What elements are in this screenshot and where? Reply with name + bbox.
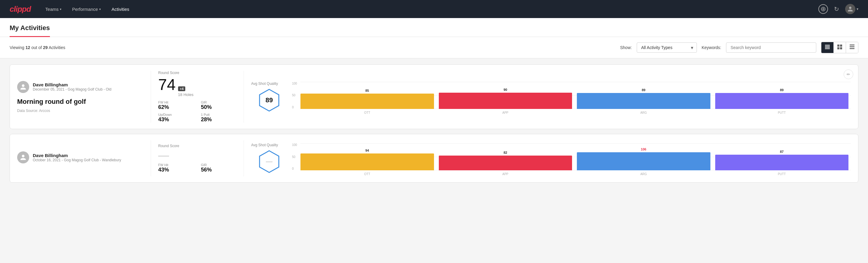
nav-performance[interactable]: Performance ▾ <box>67 4 105 14</box>
teams-chevron-icon: ▾ <box>60 7 61 11</box>
round-score-label-2: Round Score <box>158 144 237 148</box>
x-label-app: APP <box>439 111 572 114</box>
bar-arg-bar <box>577 93 710 109</box>
navbar: clippd Teams ▾ Performance ▾ Activities … <box>0 0 868 18</box>
round-score-value-2: — <box>158 150 169 161</box>
y-label-0-2: 0 <box>292 167 301 170</box>
bar-app-value: 90 <box>503 88 507 91</box>
hexagon-value: 89 <box>266 96 273 104</box>
user-date: December 05, 2021 - Gog Magog Golf Club … <box>33 87 111 91</box>
svg-rect-4 <box>837 45 839 47</box>
bar-arg-value: 89 <box>642 88 645 92</box>
viewing-text: Viewing 12 out of 29 Activities <box>10 45 615 50</box>
y-label-100-2: 100 <box>292 143 301 147</box>
nav-teams[interactable]: Teams ▾ <box>40 4 66 14</box>
x-label-app-2: APP <box>439 172 572 176</box>
bar-ott-value: 85 <box>365 89 369 92</box>
y-label-0: 0 <box>292 106 301 109</box>
add-icon[interactable]: ⊕ <box>818 4 828 14</box>
bar-app-bar <box>439 93 572 109</box>
hexagon-container-2: — <box>257 150 281 174</box>
bar-putt-bar <box>715 93 849 109</box>
round-score-section: Round Score 74 +4 18 Holes FW Hit 62% GI… <box>158 71 237 123</box>
round-score-value: 74 <box>158 77 176 92</box>
page-title: My Activities <box>10 18 50 37</box>
activity-card-2: Dave Billingham October 16, 2021 - Gog M… <box>10 134 858 183</box>
x-label-arg-2: ARG <box>577 172 710 176</box>
card-divider-3 <box>151 140 151 176</box>
refresh-icon[interactable]: ↻ <box>834 5 839 12</box>
holes-label: 18 Holes <box>178 92 193 97</box>
activity-type-select-wrapper: All Activity Types <box>637 42 697 53</box>
y-label-50: 50 <box>292 94 301 97</box>
activity-type-select[interactable]: All Activity Types <box>637 42 697 53</box>
y-label-50-2: 50 <box>292 155 301 158</box>
user-name-2: Dave Billingham <box>33 153 121 158</box>
search-input[interactable] <box>726 42 816 53</box>
user-avatar-btn[interactable]: ▾ <box>845 4 858 14</box>
x-label-ott-2: OTT <box>301 172 434 176</box>
view-toggles <box>821 42 858 53</box>
nav-right: ⊕ ↻ ▾ <box>818 4 858 14</box>
round-score-label: Round Score <box>158 71 237 75</box>
user-row-2: Dave Billingham October 16, 2021 - Gog M… <box>17 151 144 164</box>
view-grid-button[interactable] <box>834 42 846 53</box>
avg-shot-quality-label-2: Avg Shot Quality <box>251 143 278 147</box>
bar-ott-2: 94 <box>301 149 434 170</box>
one-putt-stat: 1 Putt 28% <box>201 113 237 123</box>
card-divider-2 <box>244 71 244 123</box>
svg-rect-6 <box>837 47 839 49</box>
data-source: Data Source: Arccos <box>17 109 144 113</box>
gir-stat: GIR 50% <box>201 100 237 111</box>
bar-app: 90 <box>439 88 572 109</box>
x-label-ott: OTT <box>301 111 434 114</box>
bar-putt-value: 89 <box>780 88 783 92</box>
edit-button[interactable]: ✏ <box>844 69 853 79</box>
updown-stat: Up/Down 43% <box>158 113 194 123</box>
page-header: My Activities <box>0 18 868 37</box>
bar-chart-2: 100 50 0 94 82 <box>287 140 851 176</box>
bar-putt-2: 87 <box>715 150 849 170</box>
card-left: Dave Billingham December 05, 2021 - Gog … <box>17 81 144 113</box>
view-compact-button[interactable] <box>822 42 834 53</box>
bar-arg-2: 106 <box>577 147 710 170</box>
x-label-putt: PUTT <box>715 111 849 114</box>
svg-rect-8 <box>850 45 855 46</box>
show-label: Show: <box>620 45 632 50</box>
card-divider-4 <box>244 140 244 176</box>
svg-rect-3 <box>825 49 830 49</box>
y-label-100: 100 <box>292 82 301 85</box>
activity-name: Morning round of golf <box>17 98 144 106</box>
user-row: Dave Billingham December 05, 2021 - Gog … <box>17 81 144 93</box>
nav-links: Teams ▾ Performance ▾ Activities <box>40 4 809 14</box>
svg-rect-9 <box>850 46 855 47</box>
bar-putt: 89 <box>715 88 849 109</box>
bar-arg: 89 <box>577 88 710 109</box>
avg-shot-quality-section: Avg Shot Quality 89 <box>251 82 287 112</box>
x-label-putt-2: PUTT <box>715 172 849 176</box>
score-badge: +4 <box>178 86 186 91</box>
avatar-2 <box>17 151 29 164</box>
fw-hit-stat-2: FW Hit 43% <box>158 163 194 173</box>
svg-rect-10 <box>850 48 855 49</box>
activities-list: Dave Billingham December 05, 2021 - Gog … <box>0 58 868 189</box>
bar-ott: 85 <box>301 89 434 109</box>
avatar <box>17 81 29 93</box>
logo[interactable]: clippd <box>10 4 31 14</box>
bar-chart: 100 50 0 85 <box>287 79 851 115</box>
x-label-arg: ARG <box>577 111 710 114</box>
stats-grid: FW Hit 62% GIR 50% Up/Down 43% 1 Putt 28… <box>158 100 237 123</box>
activity-card: Dave Billingham December 05, 2021 - Gog … <box>10 64 858 129</box>
stats-grid-2: FW Hit 43% GIR 56% <box>158 163 237 173</box>
hexagon-container: 89 <box>257 88 281 112</box>
bar-app-2: 82 <box>439 151 572 170</box>
svg-rect-2 <box>825 47 830 48</box>
performance-chevron-icon: ▾ <box>99 7 101 11</box>
nav-activities[interactable]: Activities <box>107 4 134 14</box>
fw-hit-stat: FW Hit 62% <box>158 100 194 111</box>
view-detail-button[interactable] <box>846 42 858 53</box>
card-left-2: Dave Billingham October 16, 2021 - Gog M… <box>17 151 144 165</box>
gir-stat-2: GIR 56% <box>201 163 237 173</box>
bar-ott-bar <box>301 94 434 109</box>
svg-rect-0 <box>825 45 830 46</box>
